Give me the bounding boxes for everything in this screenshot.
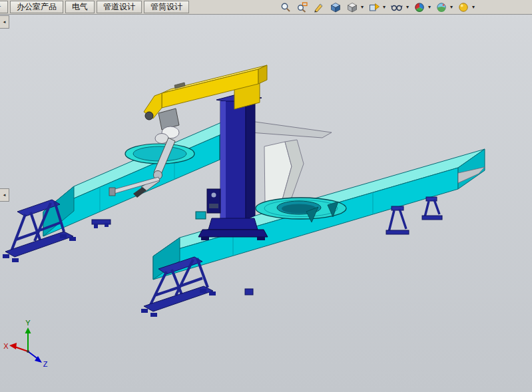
tab-tube-design[interactable]: 管筒设计 (144, 1, 189, 13)
gray-plate-left[interactable] (250, 121, 332, 138)
workpiece-beam-left[interactable] (43, 110, 250, 236)
tab-partial[interactable]: 告 (0, 1, 8, 13)
render-tools-icon[interactable] (457, 1, 469, 13)
apply-scene-dropdown-icon[interactable]: ▾ (450, 1, 453, 13)
view-settings-dropdown-icon[interactable]: ▾ (406, 1, 409, 13)
support-bracket-right-2[interactable] (422, 197, 442, 220)
triad-z-label: Z (43, 360, 48, 368)
triad-y-label: Y (25, 319, 31, 327)
tab-office-products[interactable]: 办公室产品 (10, 1, 63, 13)
edit-appearance-dropdown-icon[interactable]: ▾ (428, 1, 431, 13)
render-tools-dropdown-icon[interactable]: ▾ (472, 1, 475, 13)
support-bracket-right-1[interactable] (386, 206, 409, 234)
panel-expander-middle[interactable]: ◂ (0, 188, 9, 202)
display-style-dropdown-icon[interactable]: ▾ (361, 1, 364, 13)
view-orientation-icon[interactable] (330, 1, 342, 13)
apply-scene-icon[interactable] (435, 1, 447, 13)
viewport-3d[interactable]: Y X Z (0, 14, 532, 392)
zoom-to-fit-icon[interactable] (280, 1, 292, 13)
support-bracket-left-mid[interactable] (92, 220, 111, 228)
triad-x-label: X (3, 342, 9, 350)
hide-show-items-icon[interactable] (368, 1, 380, 13)
tab-electrical[interactable]: 电气 (65, 1, 95, 13)
orientation-triad: Y X Z (3, 319, 47, 368)
edit-appearance-icon[interactable] (413, 1, 425, 13)
command-tab-bar: 告 办公室产品 电气 管道设计 管筒设计 ▾ ▾ (0, 0, 532, 15)
panel-expander-top[interactable]: ◂ (0, 15, 9, 29)
display-style-icon[interactable] (346, 1, 358, 13)
zoom-to-area-icon[interactable] (296, 1, 308, 13)
fixture-wedge[interactable] (264, 140, 304, 203)
tab-piping-design[interactable]: 管道设计 (97, 1, 142, 13)
view-toolbar: ▾ ▾ ▾ ▾ ▾ ▾ (280, 1, 532, 13)
cad-window: 告 办公室产品 电气 管道设计 管筒设计 ▾ ▾ (0, 0, 532, 392)
section-view-icon[interactable] (313, 1, 325, 13)
view-settings-glasses-icon[interactable] (390, 1, 403, 13)
hide-show-dropdown-icon[interactable]: ▾ (383, 1, 386, 13)
